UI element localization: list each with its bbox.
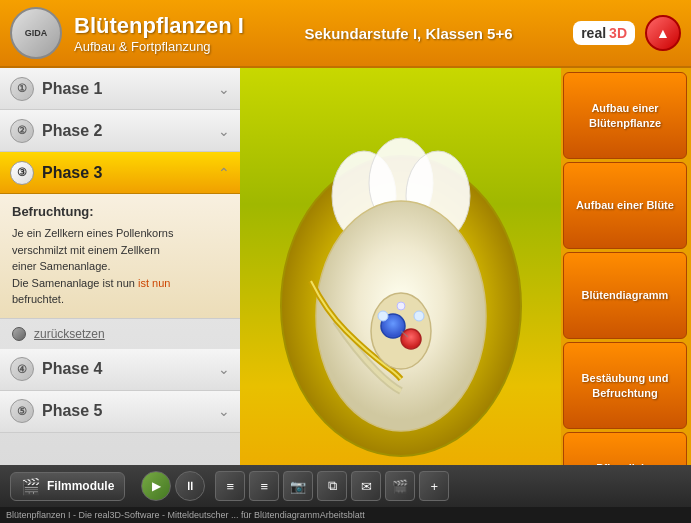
nav-aufbau-bluetenpflanze[interactable]: Aufbau einerBlütenpflanze <box>563 72 687 159</box>
reset-dot-icon <box>12 327 26 341</box>
phase-4-chevron: ⌄ <box>218 361 230 377</box>
phases-panel: ① Phase 1 ⌄ ② Phase 2 ⌄ ③ Phase 3 ⌃ Befr… <box>0 68 240 523</box>
header-right: real 3D <box>573 15 681 51</box>
pause-button[interactable]: ⏸ <box>175 471 205 501</box>
svg-point-7 <box>401 329 421 349</box>
phase-5-number: ⑤ <box>10 399 34 423</box>
phase-3-text-line5: befruchtet. <box>12 293 64 305</box>
reset-button[interactable]: zurücksetzen <box>0 319 240 349</box>
phase-3-text-line4: Die Samenanlage ist nun <box>12 277 135 289</box>
phase-2-item[interactable]: ② Phase 2 ⌄ <box>0 110 240 152</box>
phase-3-title: Befruchtung: <box>12 204 228 219</box>
phase-5-chevron: ⌄ <box>218 403 230 419</box>
svg-point-9 <box>378 311 388 321</box>
mail-button[interactable]: ✉ <box>351 471 381 501</box>
app-subtitle: Aufbau & Fortpflanzung <box>74 39 244 54</box>
real3d-label: real <box>581 25 606 41</box>
phase-3-item[interactable]: ③ Phase 3 ⌃ <box>0 152 240 194</box>
app-title-group: Blütenpflanzen I Aufbau & Fortpflanzung <box>74 13 244 54</box>
phase-4-item[interactable]: ④ Phase 4 ⌄ <box>0 349 240 391</box>
ovule-diagram <box>256 121 546 471</box>
add-button[interactable]: + <box>419 471 449 501</box>
svg-point-10 <box>414 311 424 321</box>
nav-bestaeubung[interactable]: Bestäubung undBefruchtung <box>563 342 687 429</box>
phase-5-item[interactable]: ⑤ Phase 5 ⌄ <box>0 391 240 433</box>
app-title: Blütenpflanzen I <box>74 13 244 39</box>
camera-button[interactable]: 📷 <box>283 471 313 501</box>
phase-4-label: Phase 4 <box>42 360 218 378</box>
status-text: Blütenpflanzen I - Die real3D-Software -… <box>6 510 365 520</box>
phase-2-label: Phase 2 <box>42 122 218 140</box>
tool-buttons: ≡ ≡ 📷 ⧉ ✉ 🎬 + <box>215 471 449 501</box>
nav-aufbau-bluete[interactable]: Aufbau einer Blüte <box>563 162 687 249</box>
phase-1-number: ① <box>10 77 34 101</box>
real3d-badge: real 3D <box>573 21 635 45</box>
phase-1-item[interactable]: ① Phase 1 ⌄ <box>0 68 240 110</box>
phase-3-highlight: ist nun <box>138 277 170 289</box>
phase-2-chevron: ⌄ <box>218 123 230 139</box>
scroll-up-button[interactable] <box>645 15 681 51</box>
phase-3-text-line2: verschmilzt mit einem Zellkern <box>12 244 160 256</box>
main-area: ① Phase 1 ⌄ ② Phase 2 ⌄ ③ Phase 3 ⌃ Befr… <box>0 68 691 523</box>
reset-label: zurücksetzen <box>34 327 105 341</box>
app-header: GIDA Blütenpflanzen I Aufbau & Fortpflan… <box>0 0 691 68</box>
play-button[interactable]: ▶ <box>141 471 171 501</box>
status-bar: Blütenpflanzen I - Die real3D-Software -… <box>0 507 691 523</box>
right-nav-panel: Aufbau einerBlütenpflanze Aufbau einer B… <box>561 68 691 523</box>
phase-3-text-line3: einer Samenanlage. <box>12 260 110 272</box>
bottom-toolbar: 🎬 Filmmodule ▶ ⏸ ≡ ≡ 📷 ⧉ ✉ 🎬 + <box>0 465 691 507</box>
nav-bluetendiagramm[interactable]: Blütendiagramm <box>563 252 687 339</box>
phase-3-chevron: ⌃ <box>218 165 230 181</box>
phase-5-label: Phase 5 <box>42 402 218 420</box>
visualization-area <box>240 68 561 523</box>
phase-3-text-line1: Je ein Zellkern eines Pollenkorns <box>12 227 173 239</box>
real3d-3d-label: 3D <box>609 25 627 41</box>
phase-4-number: ④ <box>10 357 34 381</box>
phase-3-number: ③ <box>10 161 34 185</box>
phase-1-chevron: ⌄ <box>218 81 230 97</box>
phase-3-text: Je ein Zellkern eines Pollenkorns versch… <box>12 225 228 308</box>
svg-point-11 <box>397 302 405 310</box>
gida-logo: GIDA <box>10 7 62 59</box>
film-icon: 🎬 <box>21 477 41 496</box>
header-center-text: Sekundarstufe I, Klassen 5+6 <box>244 25 573 42</box>
phase-3-label: Phase 3 <box>42 164 218 182</box>
phase-2-number: ② <box>10 119 34 143</box>
filmmodule-button[interactable]: 🎬 Filmmodule <box>10 472 125 501</box>
menu-icon-2[interactable]: ≡ <box>249 471 279 501</box>
phase-1-label: Phase 1 <box>42 80 218 98</box>
filmmodule-label: Filmmodule <box>47 479 114 493</box>
film-tool-button[interactable]: 🎬 <box>385 471 415 501</box>
phase-3-content: Befruchtung: Je ein Zellkern eines Polle… <box>0 194 240 319</box>
copy-button[interactable]: ⧉ <box>317 471 347 501</box>
menu-icon-1[interactable]: ≡ <box>215 471 245 501</box>
playback-controls: ▶ ⏸ <box>141 471 205 501</box>
